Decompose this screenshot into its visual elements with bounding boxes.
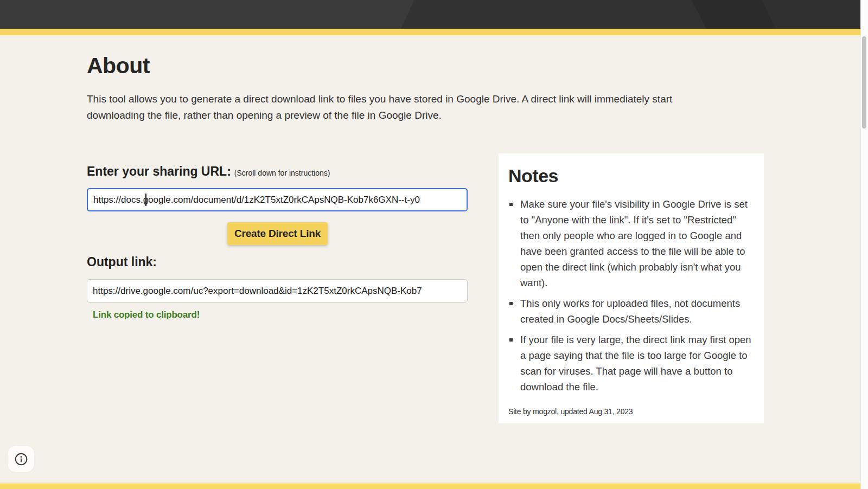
about-description: This tool allows you to generate a direc…	[87, 91, 716, 124]
notes-item: Make sure your file's visibility in Goog…	[508, 196, 754, 291]
page-title: About	[87, 53, 150, 79]
text-caret	[145, 194, 146, 206]
scroll-hint: (Scroll down for instructions)	[234, 169, 330, 177]
scrollbar-track[interactable]	[860, 0, 868, 489]
output-link-label: Output link:	[87, 255, 157, 269]
create-direct-link-button[interactable]: Create Direct Link	[227, 222, 328, 245]
notes-list: Make sure your file's visibility in Goog…	[508, 196, 754, 395]
sharing-url-input[interactable]	[87, 188, 468, 211]
notes-title: Notes	[508, 165, 754, 186]
header-accent-stripe	[0, 29, 868, 35]
notes-item: If your file is very large, the direct l…	[508, 332, 754, 395]
scrollbar-thumb[interactable]	[862, 36, 866, 128]
sharing-url-label: Enter your sharing URL:	[87, 164, 231, 178]
notes-item: This only works for uploaded files, not …	[508, 295, 754, 327]
site-credit: Site by mogzol, updated Aug 31, 2023	[508, 407, 633, 416]
notes-panel: Notes Make sure your file's visibility i…	[499, 153, 764, 423]
copy-status-message: Link copied to clipboard!	[93, 310, 200, 320]
footer-accent-stripe	[0, 482, 868, 489]
info-button[interactable]	[8, 446, 34, 472]
sharing-url-label-row: Enter your sharing URL:(Scroll down for …	[87, 164, 477, 179]
output-link-input[interactable]	[87, 279, 468, 303]
info-icon	[14, 452, 28, 466]
site-header-banner	[0, 0, 868, 29]
